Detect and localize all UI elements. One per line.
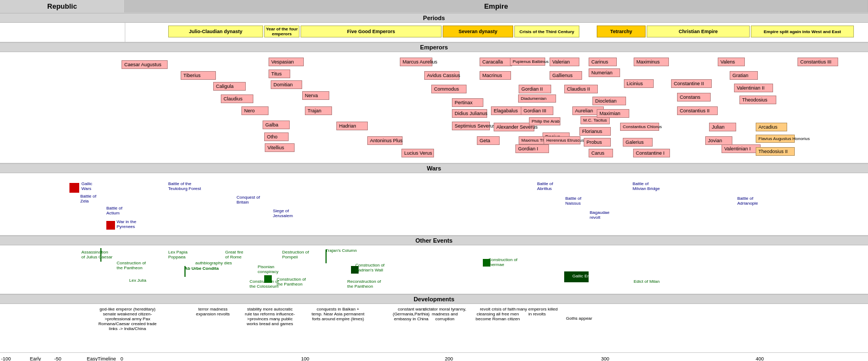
emp-honorius: Flavius Augustus Honorius xyxy=(756,135,795,143)
axis-early: Early xyxy=(30,356,41,361)
axis-100: 100 xyxy=(301,356,309,361)
dev-3: stability more autocratic rule tax refor… xyxy=(244,307,296,326)
battle-milvian-label: Battle ofMilvian Bridge xyxy=(633,181,660,191)
emp-vespasian: Vespasian xyxy=(269,58,304,66)
axis-0: 0 xyxy=(120,356,123,361)
period-severan: Severan dynasty xyxy=(443,26,513,37)
emperors-header: Emperors xyxy=(0,42,868,52)
construction-colosseum-label: Construction ofthe Colosseum xyxy=(250,279,279,289)
emp-probus: Probus xyxy=(584,138,611,147)
emp-carus: Carus xyxy=(589,149,613,157)
emp-gordian-i: Gordian I xyxy=(515,144,549,153)
war-pyrenees-marker xyxy=(106,221,115,230)
axis-50: -50 xyxy=(54,356,61,361)
lex-julia-label: Lex Julia xyxy=(129,278,146,283)
emp-theodosius: Theodosius xyxy=(739,96,776,104)
period-four-emperors: Year of the four emperors xyxy=(264,26,299,37)
period-tetrarchy: Tetrarchy xyxy=(597,26,646,37)
emp-tiberius: Tiberius xyxy=(181,71,216,80)
emp-constantine-i: Constantine I xyxy=(633,149,670,157)
emp-gordian-ii: Gordian II xyxy=(519,85,551,93)
dev-8: many emperors killed in revolts xyxy=(515,307,559,316)
emp-galba: Galba xyxy=(263,121,290,129)
developments-row: god-like emperor (hereditary) senate wea… xyxy=(0,304,868,353)
emp-vitellius: Vitellius xyxy=(265,143,295,152)
emp-numerian: Numerian xyxy=(589,68,620,77)
conquest-britain-label: Conquest ofBritain xyxy=(237,195,260,205)
emp-pupienus: Pupienus Balbinus xyxy=(510,58,545,66)
emp-nerva: Nerva xyxy=(302,91,329,100)
timeline-container: Republic Empire Periods Julio-Claudian d… xyxy=(0,0,868,361)
emp-caligula: Caligula xyxy=(213,82,246,91)
pantheon-construction-label: Construction ofthe Pantheon xyxy=(117,261,146,270)
bagaudae-revolt-label: Bagaudaerevolt xyxy=(590,210,609,220)
emp-macrinus: Macrinus xyxy=(480,71,511,80)
emp-alexander-severus: Alexander Severus xyxy=(494,123,534,131)
great-fire-label: Great fireof Rome xyxy=(225,250,243,259)
emp-otho: Otho xyxy=(264,132,289,141)
axis-100: -100 xyxy=(1,356,11,361)
emp-constantius-chlorus: Constantius Chlorus xyxy=(620,123,659,131)
other-events-header: Other Events xyxy=(0,236,868,245)
emp-caracalla: Caracalla xyxy=(480,58,512,66)
pantheon2-label: Construction ofthe Pantheon xyxy=(277,277,306,287)
emp-marcus-aurelius: Marcus Aurelius xyxy=(400,58,432,66)
emp-theodosius-ii: Theodosius II xyxy=(756,147,795,156)
period-five-good: Five Good Emperors xyxy=(301,26,442,37)
republic-header: Republic xyxy=(0,0,125,12)
emp-valentinian-i: Valentinian I xyxy=(722,144,761,153)
emp-maximinus: Maximinus xyxy=(634,58,669,66)
dev-9: Goths appear xyxy=(559,316,599,321)
emp-herennius: Herennius Etruscus xyxy=(544,136,580,144)
emp-didius: Didius Julianus xyxy=(452,109,487,118)
emp-trajan: Trajan xyxy=(305,106,332,115)
war-pyrenees-label: War in thePyrenees xyxy=(117,219,136,229)
emperors-row: Caesar Augustus Tiberius Caligula Claudi… xyxy=(0,52,868,163)
dev-1: god-like emperor (hereditary) senate wea… xyxy=(98,307,157,331)
emp-diaduomenian: Diadumenian xyxy=(518,94,556,103)
emp-valentinian-ii: Valentinian II xyxy=(734,84,773,92)
emp-septimius: Septimius Severus xyxy=(452,122,490,130)
period-crisis: Crisis of the Third Century xyxy=(514,26,579,37)
emp-constantius-ii: Constantius II xyxy=(677,106,718,115)
emp-geta: Geta xyxy=(477,136,500,145)
period-christian: Christian Empire xyxy=(647,26,750,37)
battle-adrianople-label: Battle ofAdrianople xyxy=(737,196,758,206)
battle-zela-label: Battle ofZela xyxy=(80,194,96,204)
emp-commodus: Commodus xyxy=(431,85,467,93)
axis-200: 200 xyxy=(445,356,453,361)
gallic-wars-marker xyxy=(69,183,79,193)
trajans-column-label: Trajan's Column xyxy=(326,248,357,253)
emp-constantius-iii: Constantius III xyxy=(797,58,838,66)
period-julio-claudian: Julio-Claudian dynasty xyxy=(168,26,263,37)
emp-arcadius: Arcadius xyxy=(756,123,787,131)
emp-valens: Valens xyxy=(718,58,745,66)
wars-header: Wars xyxy=(0,163,868,173)
emp-julian: Julian xyxy=(709,123,736,131)
header-row: Republic Empire xyxy=(0,0,868,13)
lex-papia-label: Lex PapiaPoppaea xyxy=(168,250,188,259)
assassination-label: Assassinationof Julius Caesar xyxy=(81,250,112,259)
gallic-wars-label: GallicWars xyxy=(81,181,92,191)
emp-galerius: Galerius xyxy=(623,138,653,147)
emp-hadrian: Hadrian xyxy=(336,122,368,130)
emp-valerian: Valerian xyxy=(550,58,579,66)
emp-constantine-ii: Constantine II xyxy=(671,79,712,88)
hadrians-wall-label: Construction ofHadrian's Wall xyxy=(355,263,385,273)
ab-urbe-label: Ab Urbe Condita xyxy=(184,266,219,271)
emp-claudius: Claudius xyxy=(221,94,253,103)
emp-augustus: Caesar Augustus xyxy=(122,60,168,69)
emp-constans: Constans xyxy=(677,93,711,102)
developments-header: Developments xyxy=(0,294,868,304)
emp-maximian: Maximian xyxy=(597,109,629,118)
edict-milan-label: Edict of Milan xyxy=(634,279,660,284)
axis-300: 300 xyxy=(601,356,609,361)
emp-lucius-verus: Lucius Verus xyxy=(401,149,434,157)
period-split: Empire split again into West and East xyxy=(751,26,854,37)
empire-header: Empire xyxy=(125,0,868,12)
emp-antoninus: Antoninus Plus xyxy=(367,136,403,145)
dev-4: conquests in Balkan + temp. Near Asia pe… xyxy=(311,307,365,321)
emp-diocletian: Diocletian xyxy=(592,97,626,105)
emp-avidus-cassius: Avidus Cassius xyxy=(424,71,459,80)
battle-abrittus-label: Battle ofAbrittus xyxy=(537,181,553,191)
